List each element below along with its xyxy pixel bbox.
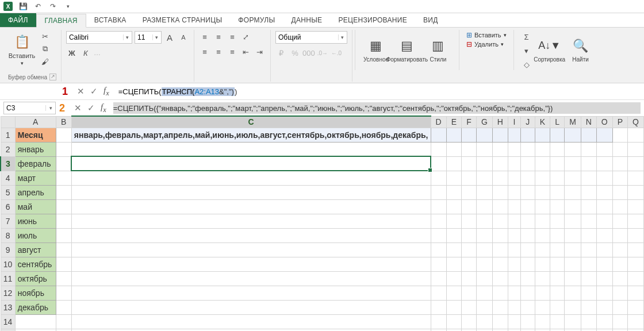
cell[interactable] [628, 171, 644, 185]
column-header[interactable]: F [462, 116, 477, 128]
cell[interactable] [477, 128, 493, 142]
cell[interactable] [462, 142, 477, 156]
row-header[interactable]: 13 [1, 300, 15, 314]
cell[interactable] [596, 286, 612, 300]
cell[interactable] [550, 214, 565, 228]
column-header[interactable]: M [565, 116, 581, 128]
cell[interactable] [520, 214, 535, 228]
cell[interactable] [550, 271, 565, 286]
cell[interactable] [612, 329, 628, 331]
cell[interactable] [477, 286, 493, 300]
cell[interactable] [477, 199, 493, 214]
cell[interactable] [71, 329, 431, 331]
cell[interactable] [535, 257, 550, 271]
cell[interactable] [477, 314, 493, 329]
cell[interactable] [56, 171, 71, 185]
cell[interactable] [535, 185, 550, 199]
chevron-down-icon[interactable]: ▾ [338, 34, 347, 40]
column-header[interactable]: A [15, 116, 56, 128]
cell[interactable] [596, 214, 612, 228]
cell[interactable] [492, 185, 508, 199]
cell[interactable] [446, 286, 462, 300]
cell[interactable] [15, 314, 56, 329]
cell[interactable] [596, 300, 612, 314]
cell[interactable] [581, 171, 596, 185]
cell[interactable] [550, 243, 565, 257]
name-box[interactable]: ▾ [3, 102, 56, 114]
cell[interactable] [550, 199, 565, 214]
cell[interactable] [520, 286, 535, 300]
grow-font-icon[interactable]: A [164, 32, 175, 43]
cell[interactable] [492, 199, 508, 214]
paste-button[interactable]: 📋 Вставить ▾ [8, 31, 36, 68]
cell[interactable] [71, 199, 431, 214]
cell[interactable] [446, 171, 462, 185]
cell[interactable] [446, 185, 462, 199]
cell[interactable] [596, 243, 612, 257]
align-right-icon[interactable]: ≡ [227, 46, 238, 57]
cell[interactable] [550, 286, 565, 300]
cell[interactable] [520, 199, 535, 214]
cell[interactable] [520, 171, 535, 185]
formula-readout-2[interactable]: =СЦЕПИТЬ({"январь,";"февраль,";"март,";"… [113, 102, 641, 114]
cell[interactable] [462, 228, 477, 243]
cell[interactable] [508, 243, 520, 257]
chevron-down-icon[interactable]: ▾ [501, 41, 504, 47]
cell[interactable] [462, 286, 477, 300]
cell[interactable] [550, 257, 565, 271]
column-header[interactable]: N [581, 116, 596, 128]
cell[interactable] [492, 271, 508, 286]
cell[interactable] [492, 156, 508, 171]
cell[interactable] [56, 128, 71, 142]
cancel-formula-icon[interactable]: ✕ [74, 103, 82, 113]
cell[interactable] [535, 156, 550, 171]
font-name-input[interactable] [67, 33, 123, 41]
cell[interactable] [446, 156, 462, 171]
cell[interactable] [535, 300, 550, 314]
row-header[interactable]: 7 [1, 214, 15, 228]
cell[interactable] [520, 271, 535, 286]
cell[interactable] [492, 257, 508, 271]
cell[interactable] [492, 214, 508, 228]
cell[interactable] [56, 286, 71, 300]
cell[interactable] [71, 228, 431, 243]
cell[interactable] [628, 286, 644, 300]
align-top-icon[interactable]: ≡ [199, 31, 210, 43]
number-format-combo[interactable]: ▾ [275, 31, 347, 44]
format-as-table-button[interactable]: ▤ Форматировать [393, 31, 421, 68]
cell[interactable] [462, 314, 477, 329]
cell[interactable] [56, 185, 71, 199]
cell[interactable] [520, 142, 535, 156]
font-size-input[interactable] [135, 33, 152, 41]
cell[interactable] [550, 228, 565, 243]
cell[interactable]: ноябрь [15, 286, 56, 300]
bold-button[interactable]: Ж [66, 47, 78, 59]
clear-icon[interactable]: ◇ [521, 59, 532, 70]
cell[interactable] [535, 243, 550, 257]
cell[interactable] [431, 185, 446, 199]
row-header[interactable]: 15 [1, 329, 15, 331]
cell[interactable] [71, 156, 431, 171]
column-header[interactable]: L [550, 116, 565, 128]
row-header[interactable]: 3 [1, 156, 15, 171]
cell[interactable] [71, 142, 431, 156]
cell[interactable]: июль [15, 228, 56, 243]
cell[interactable] [565, 286, 581, 300]
cell[interactable] [581, 142, 596, 156]
cell[interactable] [550, 156, 565, 171]
cell[interactable] [71, 185, 431, 199]
cell[interactable] [628, 243, 644, 257]
cell[interactable] [71, 214, 431, 228]
cell[interactable] [581, 257, 596, 271]
cell[interactable] [596, 142, 612, 156]
row-header[interactable]: 6 [1, 199, 15, 214]
cell[interactable] [565, 128, 581, 142]
cell[interactable]: декабрь [15, 300, 56, 314]
cell[interactable] [431, 314, 446, 329]
cell[interactable] [550, 171, 565, 185]
cell[interactable] [71, 171, 431, 185]
row-header[interactable]: 10 [1, 257, 15, 271]
cell[interactable] [431, 286, 446, 300]
cell[interactable] [431, 199, 446, 214]
cell[interactable]: август [15, 243, 56, 257]
